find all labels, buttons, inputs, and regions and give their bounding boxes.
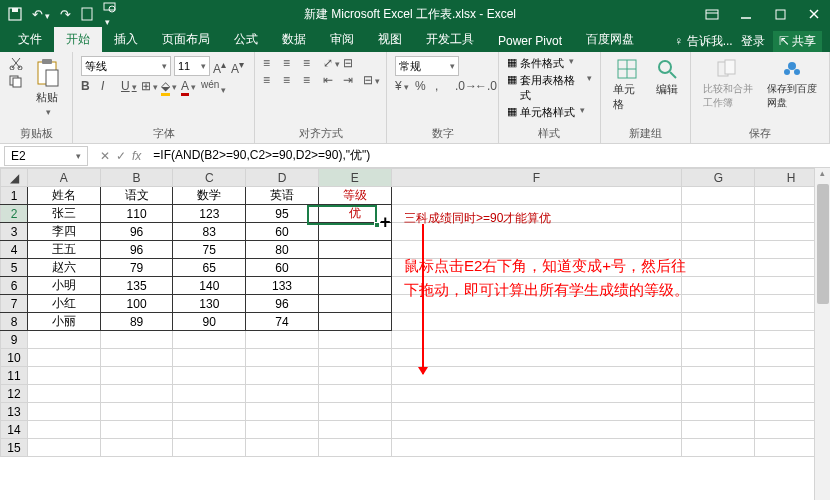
wrap-text-icon[interactable]: ⊟ [343, 56, 358, 70]
fill-color-icon[interactable]: ⬙▾ [161, 79, 176, 93]
svg-point-26 [784, 69, 790, 75]
svg-line-22 [670, 72, 676, 78]
copy-icon[interactable] [8, 74, 24, 88]
phonetic-icon[interactable]: wén▾ [201, 79, 216, 93]
cut-icon[interactable] [8, 56, 24, 70]
login-link[interactable]: 登录 [741, 33, 765, 50]
tab-data[interactable]: 数据 [270, 27, 318, 52]
cancel-formula-icon[interactable]: ✕ [100, 149, 110, 163]
tab-view[interactable]: 视图 [366, 27, 414, 52]
font-color-icon[interactable]: A▾ [181, 79, 196, 93]
group-font-label: 字体 [81, 124, 246, 141]
fx-icon[interactable]: fx [132, 149, 141, 163]
save-baidu-button[interactable]: 保存到百度网盘 [763, 56, 821, 112]
font-size-select[interactable]: 11▾ [174, 56, 210, 76]
edit-button[interactable]: 编辑 [652, 56, 682, 99]
enter-formula-icon[interactable]: ✓ [116, 149, 126, 163]
align-top-icon[interactable]: ≡ [263, 56, 278, 70]
align-bottom-icon[interactable]: ≡ [303, 56, 318, 70]
dec-decimal-icon[interactable]: ←.0 [475, 79, 490, 93]
scroll-thumb[interactable] [817, 184, 829, 304]
grow-font-icon[interactable]: A▴ [213, 59, 228, 73]
select-all-corner[interactable]: ◢ [1, 169, 28, 187]
col-header-C[interactable]: C [173, 169, 246, 187]
tab-file[interactable]: 文件 [6, 27, 54, 52]
maximize-icon[interactable] [772, 7, 788, 21]
svg-point-25 [788, 62, 796, 70]
svg-point-27 [794, 69, 800, 75]
name-box[interactable]: E2▾ [4, 146, 88, 166]
font-name-select[interactable]: 等线▾ [81, 56, 171, 76]
vertical-scrollbar[interactable]: ▴ [814, 168, 830, 500]
group-number-label: 数字 [395, 124, 490, 141]
shrink-font-icon[interactable]: A▾ [231, 59, 246, 73]
svg-rect-17 [46, 70, 58, 86]
tab-review[interactable]: 审阅 [318, 27, 366, 52]
align-right-icon[interactable]: ≡ [303, 73, 318, 87]
ribbon-options-icon[interactable] [704, 7, 720, 21]
comma-icon[interactable]: , [435, 79, 450, 93]
indent-inc-icon[interactable]: ⇥ [343, 73, 358, 87]
compare-merge-button: 比较和合并工作簿 [699, 56, 757, 112]
quick-access-toolbar: ↶▾ ↷ ▾ [8, 0, 116, 28]
col-header-E[interactable]: E [318, 169, 391, 187]
close-icon[interactable] [806, 7, 822, 21]
tab-formulas[interactable]: 公式 [222, 27, 270, 52]
tab-baidu[interactable]: 百度网盘 [574, 27, 646, 52]
col-header-F[interactable]: F [391, 169, 682, 187]
number-format-select[interactable]: 常规▾ [395, 56, 459, 76]
svg-point-21 [659, 61, 671, 73]
title-bar: ↶▾ ↷ ▾ 新建 Microsoft Excel 工作表.xlsx - Exc… [0, 0, 830, 28]
cell-style-button[interactable]: ▦单元格样式▾ [507, 105, 585, 120]
table-format-button[interactable]: ▦套用表格格式▾ [507, 73, 592, 103]
cells-button[interactable]: 单元格 [609, 56, 646, 114]
tab-layout[interactable]: 页面布局 [150, 27, 222, 52]
tab-home[interactable]: 开始 [54, 27, 102, 52]
formula-input[interactable] [149, 146, 830, 166]
col-header-G[interactable]: G [682, 169, 755, 187]
tab-developer[interactable]: 开发工具 [414, 27, 486, 52]
inc-decimal-icon[interactable]: .0→ [455, 79, 470, 93]
formula-bar: E2▾ ✕ ✓ fx [0, 144, 830, 168]
minimize-icon[interactable] [738, 7, 754, 21]
undo-icon[interactable]: ↶▾ [32, 7, 50, 22]
print-preview-icon[interactable]: ▾ [103, 0, 116, 28]
window-title: 新建 Microsoft Excel 工作表.xlsx - Excel [116, 6, 704, 23]
save-icon[interactable] [8, 7, 22, 21]
col-header-A[interactable]: A [28, 169, 101, 187]
arrow-down-icon [422, 224, 424, 374]
tab-powerpivot[interactable]: Power Pivot [486, 30, 574, 52]
svg-rect-5 [706, 10, 718, 19]
annotation-2: 鼠标点击E2右下角，知道变成+号，然后往 下拖动，即可计算出所有学生成绩的等级。 [404, 254, 689, 302]
svg-point-4 [109, 6, 115, 12]
cond-format-button[interactable]: ▦条件格式▾ [507, 56, 574, 71]
svg-rect-8 [776, 10, 785, 19]
tell-me[interactable]: ♀ 告诉我... [674, 33, 732, 50]
underline-icon[interactable]: U▾ [121, 79, 136, 93]
tab-insert[interactable]: 插入 [102, 27, 150, 52]
svg-rect-16 [42, 59, 52, 64]
spreadsheet-grid[interactable]: ◢ A B C D E F G H 1姓名语文数学英语等级 2张三1101239… [0, 168, 830, 500]
group-align-label: 对齐方式 [263, 124, 378, 141]
col-header-D[interactable]: D [246, 169, 319, 187]
svg-rect-1 [12, 8, 18, 12]
annotation-1: 三科成绩同时>=90才能算优 [404, 210, 551, 227]
orientation-icon[interactable]: ⤢▾ [323, 56, 338, 70]
italic-icon[interactable]: I [101, 79, 116, 93]
align-center-icon[interactable]: ≡ [283, 73, 298, 87]
share-button[interactable]: ⇱ 共享 [773, 31, 822, 52]
col-header-B[interactable]: B [100, 169, 173, 187]
bold-icon[interactable]: B [81, 79, 96, 93]
border-icon[interactable]: ⊞▾ [141, 79, 156, 93]
new-icon[interactable] [81, 7, 93, 21]
merge-icon[interactable]: ⊟▾ [363, 73, 378, 87]
percent-icon[interactable]: % [415, 79, 430, 93]
currency-icon[interactable]: ¥▾ [395, 79, 410, 93]
align-middle-icon[interactable]: ≡ [283, 56, 298, 70]
svg-rect-2 [82, 8, 92, 20]
redo-icon[interactable]: ↷ [60, 7, 71, 22]
indent-dec-icon[interactable]: ⇤ [323, 73, 338, 87]
paste-button[interactable]: 粘贴▾ [30, 56, 64, 119]
group-clipboard-label: 剪贴板 [8, 124, 64, 141]
align-left-icon[interactable]: ≡ [263, 73, 278, 87]
